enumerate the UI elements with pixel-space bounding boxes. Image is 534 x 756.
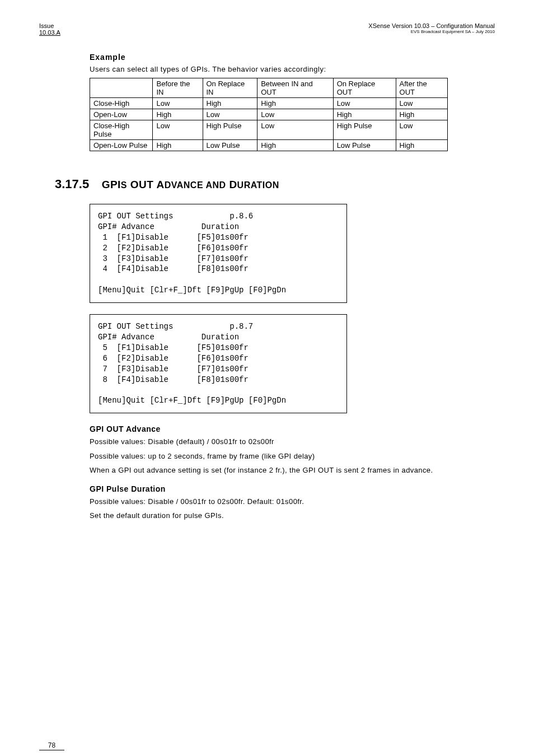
paragraph: Possible values: Disable (default) / 00s… bbox=[90, 437, 495, 447]
page-number: 78 bbox=[39, 741, 64, 750]
section-number: 3.17.5 bbox=[55, 177, 89, 192]
table-cell: Low bbox=[396, 98, 447, 109]
table-cell: High bbox=[153, 109, 203, 120]
table-cell: Low bbox=[153, 98, 203, 109]
table-row: Open-Low High Low Low High High bbox=[90, 109, 448, 120]
issue-number: 10.03.A bbox=[39, 29, 60, 36]
section-heading: 3.17.5 GPIS OUT ADVANCE AND DURATION bbox=[55, 177, 495, 192]
table-cell: Low bbox=[396, 120, 447, 140]
table-row: Close-High Pulse Low High Pulse Low High… bbox=[90, 120, 448, 140]
table-cell: High bbox=[153, 140, 203, 151]
gpi-behavior-table: Before the IN On Replace IN Between IN a… bbox=[90, 78, 448, 151]
example-intro: Users can select all types of GPIs. The … bbox=[90, 65, 495, 73]
table-cell: High bbox=[257, 140, 333, 151]
header-company-line: EVS Broadcast Equipment SA – July 2010 bbox=[368, 29, 495, 34]
table-cell: Low bbox=[203, 109, 257, 120]
table-cell: Low Pulse bbox=[333, 140, 396, 151]
gpi-pulse-heading: GPI Pulse Duration bbox=[90, 484, 495, 493]
table-header-cell: After the OUT bbox=[396, 78, 447, 98]
header-right: XSense Version 10.03 – Configuration Man… bbox=[368, 22, 495, 36]
gpi-advance-heading: GPI OUT Advance bbox=[90, 424, 495, 433]
table-cell: High bbox=[203, 98, 257, 109]
table-row: Open-Low Pulse High Low Pulse High Low P… bbox=[90, 140, 448, 151]
table-cell: High Pulse bbox=[203, 120, 257, 140]
paragraph: Set the default duration for pulse GPIs. bbox=[90, 511, 495, 521]
table-cell: High bbox=[257, 98, 333, 109]
table-cell: Low bbox=[257, 120, 333, 140]
table-header-cell: Before the IN bbox=[153, 78, 203, 98]
table-cell: High bbox=[396, 109, 447, 120]
table-header-cell: On Replace OUT bbox=[333, 78, 396, 98]
settings-box-2: GPI OUT Settings p.8.7 GPI# Advance Dura… bbox=[90, 314, 347, 413]
table-cell: Low bbox=[153, 120, 203, 140]
table-row: Close-High Low High High Low Low bbox=[90, 98, 448, 109]
issue-label: Issue bbox=[39, 22, 60, 29]
example-heading: Example bbox=[90, 53, 495, 62]
paragraph: Possible values: Disable / 00s01fr to 02… bbox=[90, 497, 495, 507]
section-title: GPIS OUT ADVANCE AND DURATION bbox=[102, 179, 279, 191]
table-cell: Open-Low bbox=[90, 109, 153, 120]
table-cell: Open-Low Pulse bbox=[90, 140, 153, 151]
table-header-cell bbox=[90, 78, 153, 98]
table-cell: Low bbox=[257, 109, 333, 120]
table-cell: Low Pulse bbox=[203, 140, 257, 151]
table-header-row: Before the IN On Replace IN Between IN a… bbox=[90, 78, 448, 98]
paragraph: When a GPI out advance setting is set (f… bbox=[90, 465, 495, 475]
table-cell: Close-High bbox=[90, 98, 153, 109]
table-cell: High Pulse bbox=[333, 120, 396, 140]
table-cell: Low bbox=[333, 98, 396, 109]
table-cell: High bbox=[333, 109, 396, 120]
table-cell: High bbox=[396, 140, 447, 151]
table-cell: Close-High Pulse bbox=[90, 120, 153, 140]
table-header-cell: Between IN and OUT bbox=[257, 78, 333, 98]
settings-box-1: GPI OUT Settings p.8.6 GPI# Advance Dura… bbox=[90, 204, 347, 303]
header-left: Issue 10.03.A bbox=[39, 22, 60, 36]
header-product-line: XSense Version 10.03 – Configuration Man… bbox=[368, 22, 495, 29]
paragraph: Possible values: up to 2 seconds, frame … bbox=[90, 451, 495, 461]
page-header: Issue 10.03.A XSense Version 10.03 – Con… bbox=[39, 22, 495, 36]
table-header-cell: On Replace IN bbox=[203, 78, 257, 98]
